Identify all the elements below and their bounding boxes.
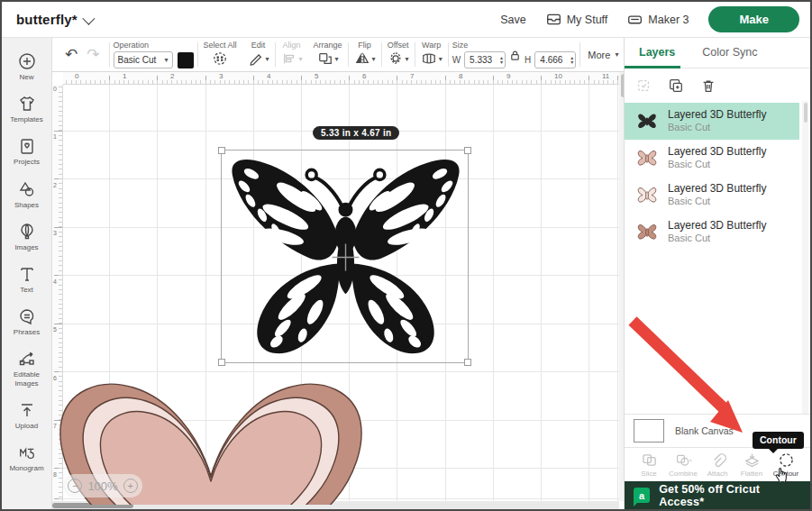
layer-thumbnail-butterfly [635,185,659,206]
zoom-control: − 100% + [63,474,142,497]
layers-scrollbar[interactable] [802,101,808,414]
contour-tooltip: Contour [753,432,804,449]
horizontal-ruler: 0 1 2 3 4 5 6 7 8 9 10 11 [63,72,619,85]
duplicate-icon[interactable] [668,78,684,94]
more-menu[interactable]: More▾ [580,38,625,71]
resize-handle-top-left[interactable] [218,147,225,154]
ruler-number: 7 [410,72,414,80]
width-stepper[interactable]: ▴▾ [500,56,503,64]
layer-row-4[interactable]: Layered 3D Butterfly Basic Cut [625,214,799,251]
operation-select[interactable]: Basic Cut▾ [114,51,173,68]
ruler-number: 8 [459,72,462,80]
lock-aspect-button[interactable] [509,50,521,61]
upload-icon [18,401,36,419]
contour-button[interactable]: Contour [769,452,803,478]
ruler-number: 2 [170,72,174,80]
combine-button[interactable]: Combine [666,452,700,478]
color-swatch[interactable] [178,52,194,68]
ruler-number: 5 [53,326,57,333]
combine-icon [675,452,692,468]
sidebar-item-projects[interactable]: Projects [3,132,51,171]
sidebar-item-upload[interactable]: Upload [3,396,51,435]
flip-menu[interactable]: Flip ▾ [349,38,381,71]
arrange-menu[interactable]: Arrange ▾ [308,38,348,71]
contour-icon [778,452,795,468]
align-menu[interactable]: Align ▾ [276,38,308,71]
text-icon [18,265,36,283]
zoom-out-button[interactable]: − [68,479,82,493]
redo-button[interactable]: ↷ [82,47,104,62]
hot-air-balloon-icon [18,223,36,241]
zoom-level: 100% [87,479,117,493]
tab-layers[interactable]: Layers [625,38,688,68]
dimensions-badge: 5.33 in x 4.67 in [313,126,399,140]
sidebar-item-new[interactable]: New [3,47,51,87]
lock-icon [509,50,521,61]
chevron-down-icon [82,12,95,24]
sidebar-item-text[interactable]: Text [3,260,51,299]
resize-handle-bottom-left[interactable] [218,359,225,366]
select-all-button[interactable]: Select All [198,38,242,71]
width-label: W [452,55,461,65]
ruler-number: 4 [267,72,270,80]
editable-images-icon [18,350,36,368]
sidebar-item-images[interactable]: Images [3,217,51,257]
make-button[interactable]: Make [708,6,799,32]
ruler-number: 6 [362,72,366,80]
selection-box[interactable] [221,150,469,363]
height-label: H [525,55,531,65]
design-canvas[interactable]: 0 1 2 3 4 5 6 7 8 9 10 11 0 1 2 3 4 5 6 … [52,72,627,509]
ruler-number: 11 [602,72,609,80]
cricut-access-banner[interactable]: a Get 50% off Cricut Access* [625,481,810,509]
machine-select-button[interactable]: Maker 3 [627,12,689,27]
layer-thumbnail-butterfly [635,222,659,243]
resize-handle-bottom-right[interactable] [464,359,471,366]
warp-icon [421,51,437,66]
edit-toolbar: ↶ ↷ Operation Basic Cut▾ Select All Edit… [52,38,627,72]
sidebar-item-monogram[interactable]: Monogram [3,438,51,478]
size-label: Size [452,41,469,50]
flip-icon [354,51,370,66]
slice-button[interactable]: Slice [632,452,666,478]
ruler-number: 3 [219,72,223,80]
offset-menu[interactable]: Offset ▾ [382,38,415,71]
sidebar-item-phrases[interactable]: Phrases [3,302,51,342]
layers-list: Layered 3D Butterfly Basic Cut Layered 3… [625,101,810,414]
layer-row-1[interactable]: Layered 3D Butterfly Basic Cut [625,103,799,140]
blank-canvas-swatch[interactable] [634,419,664,443]
trash-icon[interactable] [700,78,716,94]
ruler-number: 1 [53,133,57,140]
tshirt-icon [18,95,36,113]
layer-thumbnail-butterfly [635,111,659,132]
sidebar-item-shapes[interactable]: Shapes [3,175,51,214]
layer-row-2[interactable]: Layered 3D Butterfly Basic Cut [625,140,799,177]
height-stepper[interactable]: ▴▾ [570,56,573,64]
sidebar-item-templates[interactable]: Templates [3,89,51,129]
pencil-icon [248,51,264,66]
monogram-icon [18,443,36,461]
ruler-number: 3 [53,230,57,236]
edit-menu[interactable]: Edit ▾ [242,38,275,71]
attach-icon [709,452,726,468]
zoom-in-button[interactable]: + [123,479,138,493]
project-title: butterfly* [16,12,78,27]
top-bar: butterfly* Save My Stuff Maker 3 Make [2,2,810,38]
shapes-icon [18,180,36,198]
height-input[interactable]: 4.666 ▴▾ [534,51,576,68]
save-button[interactable]: Save [500,14,526,26]
sidebar-item-editable-images[interactable]: Editable Images [3,344,51,392]
offset-icon [388,51,404,66]
project-title-menu[interactable]: butterfly* [16,12,92,27]
layer-row-3[interactable]: Layered 3D Butterfly Basic Cut [625,177,799,214]
group-select-icon[interactable] [635,78,652,94]
flatten-button[interactable]: Flatten [734,452,769,478]
app-window: butterfly* Save My Stuff Maker 3 Make Ne… [0,0,812,511]
width-input[interactable]: 5.333 ▴▾ [464,51,506,68]
warp-menu[interactable]: Warp ▾ [415,38,448,71]
tab-color-sync[interactable]: Color Sync [688,38,770,68]
layer-thumbnail-butterfly [635,148,659,169]
undo-button[interactable]: ↶ [60,47,82,62]
attach-button[interactable]: Attach [700,452,734,478]
resize-handle-top-right[interactable] [464,147,471,154]
my-stuff-button[interactable]: My Stuff [546,12,608,27]
